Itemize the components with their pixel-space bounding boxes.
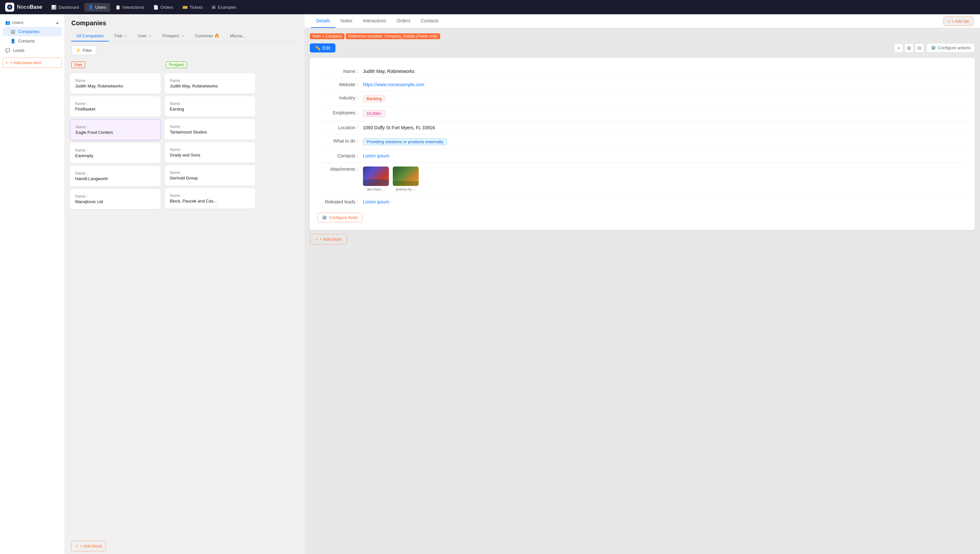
sidebar-item-contacts[interactable]: 👤 Contacts	[3, 36, 62, 46]
add-block-button[interactable]: + + Add block	[71, 541, 106, 551]
users-icon: 👤	[88, 5, 93, 10]
contacts-link[interactable]: Lorem ipsum	[363, 153, 389, 158]
attachment-item[interactable]: jeremy-hy-...	[393, 167, 419, 191]
kanban-card[interactable]: Name : Hamill-Langworth	[70, 166, 161, 186]
configure-actions-button[interactable]: ⚙️ Configure actions	[926, 43, 975, 53]
tab-user[interactable]: User →	[132, 31, 157, 41]
edit-button[interactable]: ✏️ Edit	[310, 43, 335, 53]
orders-icon: 📄	[153, 5, 158, 10]
kanban-card[interactable]: Name : Eagle Food Centers	[70, 119, 161, 140]
add-field-icon-button[interactable]: +	[894, 43, 903, 53]
detail-tab-interactions[interactable]: Interactions	[357, 14, 391, 28]
employees-tag: 10,000+	[363, 110, 385, 117]
add-block-detail-button[interactable]: + + Add block	[310, 234, 347, 245]
nav-dashboard[interactable]: 📊 Dashboard	[47, 3, 83, 12]
field-industry: Industry : Banking	[317, 92, 967, 105]
grid-icon-button[interactable]: ⊟	[915, 43, 924, 53]
kanban-card[interactable]: Name : Grady and Sons	[165, 142, 255, 162]
app-logo[interactable]: NocoBase	[5, 3, 42, 12]
kanban-card[interactable]: Name : Judith May, Robinetworks	[70, 73, 161, 94]
field-employees: Employees : 10,000+	[317, 107, 967, 120]
dashboard-icon: 📊	[51, 5, 56, 10]
sidebar-item-companies[interactable]: 🏢 Companies	[3, 27, 62, 36]
kanban-card[interactable]: Name : Gerhold Group	[165, 165, 255, 186]
field-attachments: Attachments : ian-chen-...	[317, 163, 967, 194]
nav-users[interactable]: 👤 Users	[84, 3, 110, 12]
plus-icon: +	[316, 237, 318, 242]
tab-all-companies[interactable]: All Companies	[71, 31, 109, 41]
kanban-card[interactable]: Name : Block, Paucek and Cas...	[165, 188, 255, 209]
filter-button[interactable]: ⚡ Filter	[71, 46, 96, 55]
tickets-icon: 🎫	[182, 5, 188, 10]
kanban-card[interactable]: Name : Earslug	[165, 96, 255, 117]
user-label: User	[71, 62, 85, 68]
leads-icon: 💬	[5, 48, 10, 53]
detail-card: Name : Judith May, Robinetworks Website …	[310, 58, 975, 230]
nav-interactions[interactable]: 📋 Interactions	[112, 3, 148, 12]
detail-actions-bar: ✏️ Edit + ⊞ ⊟ ⚙️ Configure actions	[310, 43, 975, 53]
detail-tab-details[interactable]: Details	[311, 14, 335, 28]
companies-icon: 🏢	[10, 29, 16, 34]
configure-fields-button[interactable]: ⚙️ Configure fields	[317, 213, 362, 222]
kanban-col-header-prospect: Prospect	[165, 59, 255, 71]
chevron-up-icon: ▲	[55, 20, 59, 25]
logo-text: NocoBase	[17, 4, 42, 10]
attachment-name: jeremy-hy-...	[396, 187, 416, 191]
add-col-icon-button[interactable]: ⊞	[905, 43, 913, 53]
field-name: Name : Judith May, Robinetworks	[317, 65, 967, 77]
filter-icon: ⚡	[75, 48, 81, 53]
page-title: Companies	[71, 19, 298, 27]
detail-content: Main > Company Reference template: Compa…	[304, 28, 980, 554]
field-contacts: Contacts : Lorem ipsum	[317, 150, 967, 162]
action-icon-group: + ⊞ ⊟	[894, 43, 924, 53]
nav-orders[interactable]: 📄 Orders	[150, 3, 177, 12]
edit-icon: ✏️	[315, 45, 320, 51]
kanban-column-prospect: Prospect Name : Judith May, Robinetworks…	[165, 59, 255, 533]
field-location: Location : 1093 Duffy St Fort Myers, FL …	[317, 122, 967, 134]
kanban-col-header-user: User	[70, 59, 161, 71]
field-website: Website : https://www.nocoexample.com	[317, 79, 967, 91]
attachment-name: ian-chen-...	[367, 187, 385, 191]
sidebar-item-leads[interactable]: 💬 Leads	[0, 46, 64, 55]
plus-icon: +	[948, 19, 950, 24]
attachment-thumbnail-landscape	[363, 167, 389, 186]
detail-tab-contacts[interactable]: Contacts	[416, 14, 444, 28]
tab-misma[interactable]: Misma...	[225, 31, 251, 41]
sidebar: 👥 Users ▲ 🏢 Companies 👤 Contacts 💬 Leads…	[0, 14, 65, 554]
field-related-leads: Releated leads : Lorem ipsum	[317, 196, 967, 208]
kanban-card[interactable]: Name : Tantamount Studios	[165, 119, 255, 140]
plus-icon: +	[5, 60, 8, 65]
breadcrumb-main: Main > Company	[310, 33, 344, 39]
kanban-card[interactable]: Name : Judith May, Robinetworks	[165, 73, 255, 94]
detail-panel: Details Notes Interactions Orders Contac…	[304, 14, 980, 554]
nav-tickets[interactable]: 🎫 Tickets	[178, 3, 207, 12]
nav-examples[interactable]: 🏛 Examples	[208, 3, 240, 12]
gear-icon: ⚙️	[931, 45, 936, 50]
gear-icon: ⚙️	[322, 215, 327, 220]
sidebar-group-users[interactable]: 👥 Users ▲	[3, 18, 62, 27]
tab-prospect[interactable]: Prospect →	[157, 31, 190, 41]
tab-trial[interactable]: Trial →	[109, 31, 132, 41]
detail-tab-bar: Details Notes Interactions Orders Contac…	[304, 14, 980, 28]
users-group-icon: 👥	[5, 20, 10, 25]
attachments-container: ian-chen-... jeremy-hy-...	[363, 167, 967, 191]
detail-tab-notes[interactable]: Notes	[335, 14, 358, 28]
kanban-card[interactable]: Name : FireBasket	[70, 96, 161, 117]
add-menu-item-button[interactable]: + + Add menu item	[3, 58, 62, 68]
plus-icon: +	[75, 544, 78, 549]
add-tab-button[interactable]: + + Add tab	[943, 16, 974, 26]
kanban-card[interactable]: Name : Earempty	[70, 143, 161, 163]
prospect-label: Prospect	[166, 62, 187, 68]
kanban-card[interactable]: Name : Macejkovic Ltd	[70, 189, 161, 209]
attachment-item[interactable]: ian-chen-...	[363, 167, 389, 191]
tab-customer[interactable]: Customer 🔥	[190, 31, 225, 41]
logo-icon	[5, 3, 14, 12]
detail-tab-orders[interactable]: Orders	[392, 14, 416, 28]
examples-icon: 🏛	[212, 5, 216, 10]
contacts-icon: 👤	[10, 38, 16, 43]
related-leads-link[interactable]: Lorem ipsum	[363, 199, 389, 204]
breadcrumb-ref: Reference template: Company_Details (Fie…	[346, 33, 440, 39]
website-link[interactable]: https://www.nocoexample.com	[363, 82, 424, 87]
breadcrumb: Main > Company Reference template: Compa…	[310, 33, 975, 39]
filter-bar: ⚡ Filter	[65, 42, 304, 59]
